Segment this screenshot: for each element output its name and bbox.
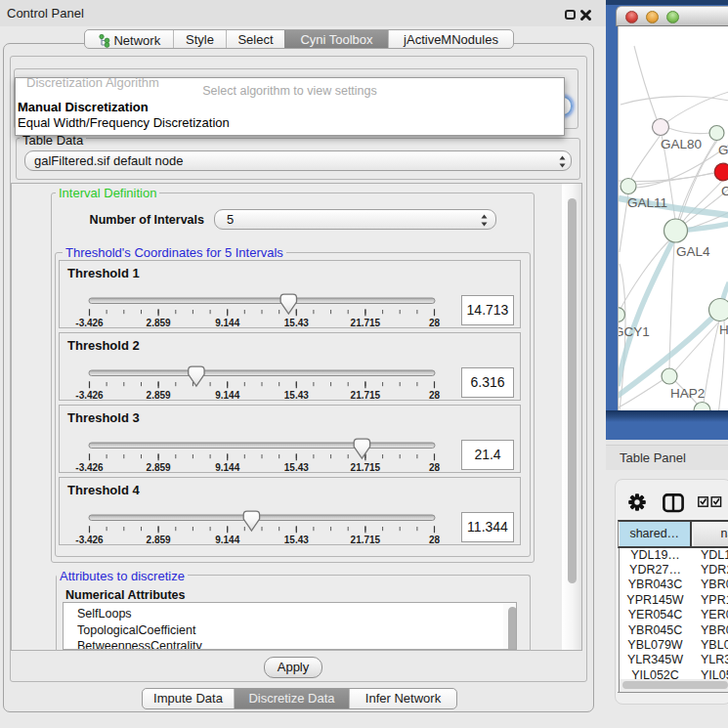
svg-text:GCY1: GCY1 bbox=[619, 324, 650, 339]
svg-text:9.144: 9.144 bbox=[215, 535, 239, 545]
svg-text:-3.426: -3.426 bbox=[75, 318, 104, 328]
svg-text:15.43: 15.43 bbox=[284, 390, 309, 401]
svg-text:28: 28 bbox=[429, 462, 441, 473]
svg-text:H: H bbox=[719, 322, 728, 337]
svg-text:21.715: 21.715 bbox=[351, 535, 381, 545]
svg-text:9.144: 9.144 bbox=[215, 462, 239, 473]
svg-text:2.859: 2.859 bbox=[147, 390, 171, 401]
svg-text:28: 28 bbox=[429, 318, 441, 328]
svg-text:15.43: 15.43 bbox=[284, 318, 309, 328]
svg-text:2.859: 2.859 bbox=[147, 462, 171, 473]
svg-text:-3.426: -3.426 bbox=[75, 535, 104, 545]
svg-text:GAL4: GAL4 bbox=[676, 244, 710, 259]
svg-text:28: 28 bbox=[429, 390, 441, 401]
svg-text:15.43: 15.43 bbox=[284, 462, 309, 473]
svg-text:21.715: 21.715 bbox=[351, 462, 381, 473]
svg-text:C: C bbox=[721, 184, 728, 198]
svg-text:-3.426: -3.426 bbox=[75, 462, 104, 473]
svg-text:28: 28 bbox=[429, 535, 441, 545]
svg-text:9.144: 9.144 bbox=[215, 318, 239, 328]
svg-text:-3.426: -3.426 bbox=[75, 390, 104, 401]
svg-text:GAL11: GAL11 bbox=[627, 195, 667, 210]
svg-text:2.859: 2.859 bbox=[147, 318, 171, 328]
svg-text:GAL80: GAL80 bbox=[661, 137, 702, 151]
svg-text:2.859: 2.859 bbox=[147, 535, 171, 545]
svg-text:15.43: 15.43 bbox=[284, 535, 309, 545]
svg-text:21.715: 21.715 bbox=[351, 318, 381, 328]
svg-text:21.715: 21.715 bbox=[351, 390, 381, 401]
svg-text:HAP2: HAP2 bbox=[670, 386, 705, 401]
svg-text:9.144: 9.144 bbox=[215, 390, 239, 401]
svg-text:GA: GA bbox=[718, 143, 728, 157]
